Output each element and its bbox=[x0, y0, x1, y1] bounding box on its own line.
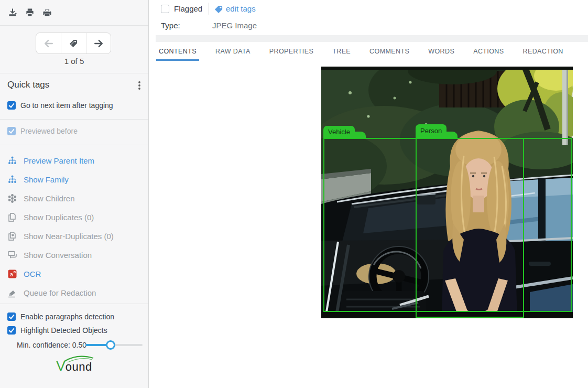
near-duplicates-icon bbox=[7, 231, 17, 241]
sidebar-item-show-family[interactable]: Show Family bbox=[7, 170, 69, 189]
flagged-checkbox[interactable] bbox=[161, 5, 169, 13]
go-next-checkbox[interactable] bbox=[7, 101, 16, 110]
sidebar-item-ocr[interactable]: a OCR bbox=[7, 264, 41, 283]
sidebar-item-queue-redaction[interactable]: Queue for Redaction bbox=[7, 283, 96, 302]
sidebar-links: Preview Parent Item Show Family Show Chi… bbox=[0, 145, 148, 304]
min-confidence-label: Min. confidence: 0.50 bbox=[17, 340, 86, 350]
previewed-before-section: Previewed before bbox=[0, 120, 148, 145]
sidebar-item-preview-parent[interactable]: Preview Parent Item bbox=[7, 151, 94, 170]
sidebar-item-label[interactable]: Show Family bbox=[24, 175, 69, 184]
tab-properties[interactable]: PROPERTIES bbox=[267, 42, 316, 61]
sidebar-navigation: 1 of 5 bbox=[0, 26, 148, 73]
print-icon[interactable] bbox=[25, 7, 35, 18]
ocr-icon: a bbox=[7, 269, 17, 279]
previous-item-button[interactable] bbox=[36, 33, 61, 53]
hierarchy-icon bbox=[7, 175, 17, 185]
quick-tags-section: Quick tags Go to next item after tagging bbox=[0, 73, 148, 120]
print-report-icon[interactable] bbox=[42, 7, 52, 18]
sidebar: 1 of 5 Quick tags Go to next item after … bbox=[0, 0, 149, 388]
type-value: JPEG Image bbox=[212, 21, 257, 30]
tag-icon bbox=[214, 5, 224, 14]
kebab-menu-icon[interactable] bbox=[135, 80, 144, 91]
flagged-label: Flagged bbox=[174, 4, 202, 13]
previewed-before-option: Previewed before bbox=[7, 127, 78, 135]
sidebar-item-label[interactable]: Preview Parent Item bbox=[24, 156, 94, 165]
tab-contents[interactable]: CONTENTS bbox=[156, 42, 199, 61]
previewed-before-checkbox[interactable] bbox=[7, 127, 16, 135]
svg-text:a: a bbox=[10, 271, 13, 277]
tab-bar: CONTENTS RAW DATA PROPERTIES TREE COMMEN… bbox=[149, 42, 588, 61]
edit-tags-link[interactable]: edit tags bbox=[226, 4, 256, 13]
header-divider bbox=[209, 3, 209, 15]
sidebar-item-label[interactable]: Show Duplicates (0) bbox=[24, 213, 94, 222]
paragraphs-detection-label: Enable paragraphs detection bbox=[20, 312, 114, 321]
paragraphs-detection-checkbox[interactable] bbox=[7, 312, 16, 321]
confidence-slider-thumb[interactable] bbox=[106, 340, 115, 350]
highlight-objects-checkbox[interactable] bbox=[7, 326, 16, 335]
logo-swoosh-icon bbox=[63, 354, 95, 363]
sidebar-item-show-children[interactable]: Show Children bbox=[7, 189, 75, 208]
sidebar-item-label[interactable]: Show Near-Duplicates (0) bbox=[24, 232, 114, 241]
detection-label-text: Vehicle bbox=[328, 128, 350, 136]
detection-label-text: Person bbox=[420, 127, 442, 135]
detection-label-wing bbox=[447, 132, 458, 138]
sidebar-item-show-near-duplicates[interactable]: Show Near-Duplicates (0) bbox=[7, 227, 114, 245]
detection-box-person bbox=[416, 138, 524, 318]
download-icon[interactable] bbox=[7, 7, 18, 18]
tab-redaction[interactable]: REDACTION bbox=[520, 42, 566, 61]
vound-logo: Vound bbox=[0, 358, 148, 374]
tab-tree[interactable]: TREE bbox=[330, 42, 353, 61]
sidebar-item-label[interactable]: Queue for Redaction bbox=[24, 288, 96, 297]
type-label: Type: bbox=[161, 21, 180, 30]
sidebar-item-show-conversation[interactable]: Show Conversation bbox=[7, 245, 92, 264]
paragraphs-detection-option: Enable paragraphs detection bbox=[7, 312, 114, 321]
sidebar-item-show-duplicates[interactable]: Show Duplicates (0) bbox=[7, 208, 94, 227]
tab-raw-data[interactable]: RAW DATA bbox=[213, 42, 253, 61]
sidebar-item-label[interactable]: OCR bbox=[24, 270, 41, 278]
tab-words[interactable]: WORDS bbox=[426, 42, 457, 61]
tag-item-button[interactable] bbox=[61, 33, 85, 53]
hierarchy-icon bbox=[7, 156, 17, 166]
panel-separator bbox=[156, 35, 588, 42]
tab-actions[interactable]: ACTIONS bbox=[471, 42, 506, 61]
app-window: 1 of 5 Quick tags Go to next item after … bbox=[0, 0, 588, 388]
sidebar-toolbar bbox=[0, 0, 148, 26]
item-nav-group bbox=[36, 33, 111, 54]
detection-settings-section: Enable paragraphs detection Highlight De… bbox=[0, 304, 148, 388]
go-next-option: Go to next item after tagging bbox=[7, 101, 113, 110]
confidence-slider[interactable] bbox=[85, 344, 143, 346]
quick-tags-title: Quick tags bbox=[7, 80, 49, 90]
conversation-icon bbox=[7, 250, 17, 260]
highlight-objects-label: Highlight Detected Objects bbox=[20, 326, 107, 335]
sidebar-item-label[interactable]: Show Children bbox=[24, 194, 75, 203]
preview-image: Vehicle Person bbox=[321, 67, 573, 318]
highlight-objects-option: Highlight Detected Objects bbox=[7, 326, 107, 335]
redaction-marker-icon bbox=[7, 288, 17, 298]
children-cluster-icon bbox=[7, 193, 17, 203]
previewed-before-label: Previewed before bbox=[20, 127, 78, 135]
detection-label-person: Person bbox=[416, 124, 447, 138]
go-next-label: Go to next item after tagging bbox=[20, 101, 113, 110]
detection-label-vehicle: Vehicle bbox=[323, 126, 355, 138]
item-counter: 1 of 5 bbox=[0, 57, 148, 66]
next-item-button[interactable] bbox=[86, 33, 111, 53]
sidebar-item-label[interactable]: Show Conversation bbox=[24, 251, 92, 260]
tab-comments[interactable]: COMMENTS bbox=[367, 42, 412, 61]
detection-label-wing bbox=[355, 132, 366, 138]
duplicates-icon bbox=[7, 212, 17, 222]
